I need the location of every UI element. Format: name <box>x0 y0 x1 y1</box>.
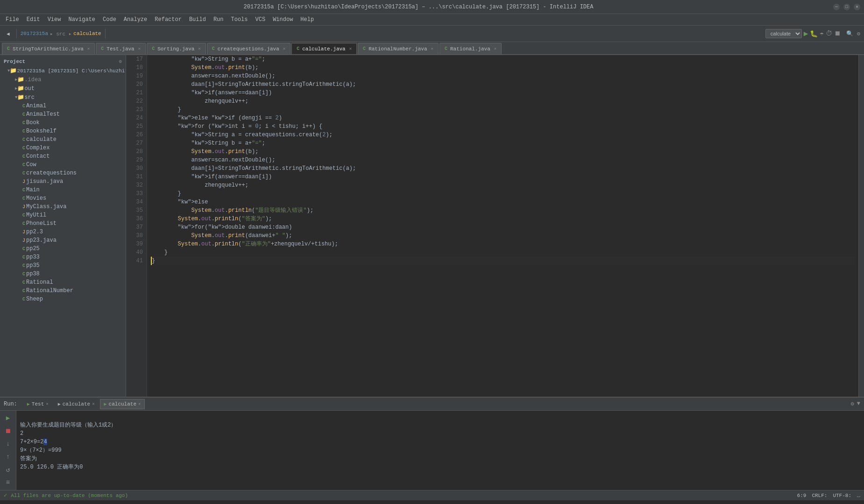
menu-navigate[interactable]: Navigate <box>64 15 99 24</box>
coverage-button[interactable]: ☂ <box>820 30 823 38</box>
tab-Rational[interactable]: C Rational.java ✕ <box>439 43 502 54</box>
tab-close-3[interactable]: ✕ <box>283 46 285 51</box>
code-editor[interactable]: 1718192021222324252627282930313233343536… <box>126 55 858 397</box>
menu-build[interactable]: Build <box>185 15 210 24</box>
sidebar-header: Project ⚙ <box>0 57 126 66</box>
profile-button[interactable]: ⏱ <box>826 30 832 37</box>
titlebar: 20172315a [C:\Users\huzhitao\IdeaProject… <box>0 0 864 14</box>
code-line-30: daan[i]=StringToArithmetic.stringToArith… <box>151 164 855 173</box>
minimize-button[interactable]: — <box>833 4 840 10</box>
tab-close-5[interactable]: ✕ <box>431 46 433 51</box>
status-check-icon: ✓ <box>4 492 7 499</box>
menu-tools[interactable]: Tools <box>227 15 252 24</box>
tree-item-PhoneList[interactable]: CPhoneList <box>0 219 126 228</box>
right-scrollbar[interactable] <box>858 55 864 397</box>
search-icon[interactable]: 🔍 <box>846 30 853 37</box>
tree-idea[interactable]: ▶ 📁 .idea <box>0 75 126 84</box>
tree-item-calculate[interactable]: Ccalculate <box>0 135 126 144</box>
run-stop-button[interactable]: ⏹ <box>2 426 14 437</box>
tree-item-Book[interactable]: CBook <box>0 119 126 127</box>
close-button[interactable]: ✕ <box>854 4 860 10</box>
tab-calculate[interactable]: C calculate.java ✕ <box>291 43 357 54</box>
tree-item-pp23-java[interactable]: Jpp23.java <box>0 236 126 245</box>
tree-item-Cow[interactable]: CCow <box>0 161 126 169</box>
run-sidebar-controls: ▶ ⏹ ↓ ↑ ↺ ≡ <box>0 411 16 490</box>
menu-window[interactable]: Window <box>269 15 297 24</box>
tab-close-0[interactable]: ✕ <box>87 46 90 51</box>
run-rerun-button[interactable]: ↺ <box>2 464 14 476</box>
line-number-23: 23 <box>130 105 143 114</box>
project-sidebar: Project ⚙ ▼ 📁 20172315a [20172315] C:\Us… <box>0 55 126 397</box>
run-collapse-icon[interactable]: ▼ <box>857 400 860 407</box>
item-label: MyClass.java <box>26 203 126 210</box>
tree-src[interactable]: ▼ 📁 src <box>0 93 126 102</box>
tab-Sorting[interactable]: C Sorting.java ✕ <box>147 43 206 54</box>
run-dump-button[interactable]: ≡ <box>2 477 14 488</box>
menu-file[interactable]: File <box>2 15 23 24</box>
tree-item-Complex[interactable]: CComplex <box>0 144 126 152</box>
run-step-down[interactable]: ↓ <box>2 438 14 449</box>
settings-icon[interactable]: ⚙ <box>857 30 860 37</box>
run-tab-close-2[interactable]: ✕ <box>138 401 141 406</box>
menu-help[interactable]: Help <box>297 15 318 24</box>
tree-item-Movies[interactable]: CMovies <box>0 194 126 203</box>
tree-root[interactable]: ▼ 📁 20172315a [20172315] C:\Users\huzhit… <box>0 66 126 75</box>
run-tab-Test[interactable]: ▶ Test ✕ <box>23 399 53 409</box>
menu-vcs[interactable]: VCS <box>252 15 269 24</box>
run-settings-icon[interactable]: ⚙ <box>851 400 854 407</box>
tree-out[interactable]: ▶ 📁 out <box>0 84 126 93</box>
menu-analyze[interactable]: Analyze <box>120 15 151 24</box>
tab-RationalNumber[interactable]: C RationalNumber.java ✕ <box>358 43 439 54</box>
run-play-button[interactable]: ▶ <box>2 413 14 424</box>
tree-item-createquestions[interactable]: Ccreatequestions <box>0 169 126 177</box>
run-tab-close-1[interactable]: ✕ <box>92 401 94 406</box>
menu-code[interactable]: Code <box>99 15 120 24</box>
run-tab-calculate1[interactable]: ▶ calculate ✕ <box>54 399 99 409</box>
tab-StringToArithmetic[interactable]: C StringToArithmetic.java ✕ <box>2 43 95 54</box>
run-tab-calculate2[interactable]: ▶ calculate ✕ <box>100 399 145 409</box>
tree-item-pp25[interactable]: Cpp25 <box>0 245 126 253</box>
tree-item-Sheep[interactable]: CSheep <box>0 295 126 303</box>
menu-edit[interactable]: Edit <box>23 15 44 24</box>
tree-item-Contact[interactable]: CContact <box>0 152 126 161</box>
code-content[interactable]: "kw">String b = a+"="; System.out.print(… <box>147 55 858 397</box>
tree-item-AnimalTest[interactable]: CAnimalTest <box>0 110 126 119</box>
tree-item-Animal[interactable]: CAnimal <box>0 102 126 110</box>
menu-refactor[interactable]: Refactor <box>151 15 185 24</box>
tab-createquestions[interactable]: C createquestions.java ✕ <box>207 43 290 54</box>
tab-Test[interactable]: C Test.java ✕ <box>96 43 146 54</box>
debug-button[interactable]: 🐛 <box>810 30 818 38</box>
tree-item-MyClass-java[interactable]: JMyClass.java <box>0 203 126 211</box>
tree-item-pp2-3[interactable]: Jpp2.3 <box>0 228 126 236</box>
code-line-31: "kw">if(answer==daan[i]) <box>151 173 855 181</box>
line-number-27: 27 <box>130 139 143 147</box>
class-icon: C <box>22 196 25 201</box>
tree-item-pp38[interactable]: Cpp38 <box>0 270 126 278</box>
run-button[interactable]: ▶ <box>804 29 808 38</box>
tab-close-6[interactable]: ✕ <box>494 46 496 51</box>
menu-view[interactable]: View <box>44 15 65 24</box>
tab-close-2[interactable]: ✕ <box>198 46 200 51</box>
run-config-selector[interactable]: calculate <box>765 29 802 38</box>
tree-item-Bookshelf[interactable]: CBookshelf <box>0 127 126 135</box>
run-step-up[interactable]: ↑ <box>2 451 14 462</box>
tree-item-pp33[interactable]: Cpp33 <box>0 253 126 261</box>
tree-item-RationalNumber[interactable]: CRationalNumber <box>0 287 126 295</box>
tree-item-Main[interactable]: CMain <box>0 186 126 194</box>
tree-item-jisuan-java[interactable]: Jjisuan.java <box>0 177 126 186</box>
maximize-button[interactable]: □ <box>843 4 850 10</box>
tab-close-4[interactable]: ✕ <box>349 46 352 51</box>
sidebar-settings-icon[interactable]: ⚙ <box>119 59 122 64</box>
tree-item-MyUtil[interactable]: CMyUtil <box>0 211 126 219</box>
tab-label-4: calculate.java <box>302 46 345 52</box>
tab-close-1[interactable]: ✕ <box>138 46 141 51</box>
run-label: Run: <box>4 401 17 407</box>
tab-label-3: createquestions.java <box>218 46 279 52</box>
tree-item-pp35[interactable]: Cpp35 <box>0 261 126 270</box>
toolbar-project-nav[interactable]: ◀ <box>4 30 13 38</box>
tree-item-Rational[interactable]: CRational <box>0 278 126 287</box>
class-icon: C <box>22 129 25 134</box>
menu-run[interactable]: Run <box>210 15 227 24</box>
stop-button[interactable]: ⏹ <box>834 30 841 37</box>
run-tab-close-0[interactable]: ✕ <box>46 401 48 406</box>
